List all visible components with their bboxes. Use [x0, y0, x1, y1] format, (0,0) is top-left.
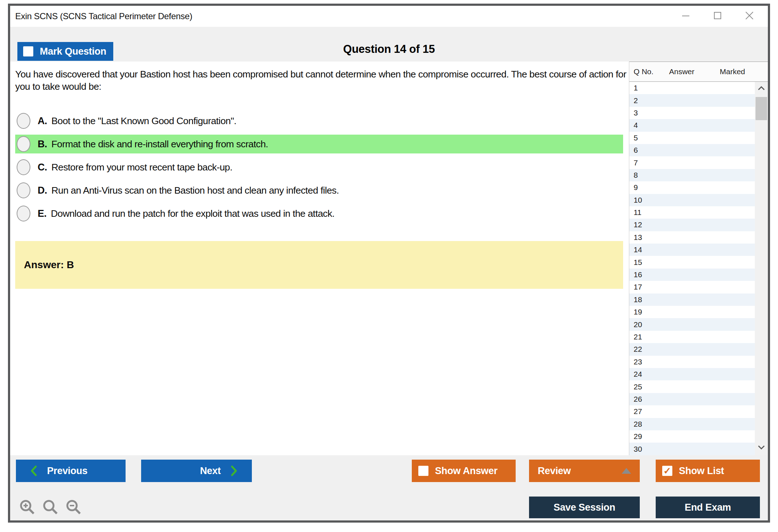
row-question-number: 28 — [629, 420, 669, 428]
row-question-number: 26 — [629, 395, 669, 404]
zoom-in-button[interactable] — [19, 499, 36, 516]
column-header-qno: Q No. — [629, 67, 669, 76]
question-list-row[interactable]: 29 — [629, 430, 755, 443]
window-controls — [680, 6, 755, 27]
option-text: Boot to the "Last Known Good Configurati… — [51, 115, 236, 127]
question-list-row[interactable]: 28 — [629, 418, 755, 430]
show-list-checkbox — [662, 466, 672, 476]
option-text: Restore from your most recent tape back-… — [51, 162, 232, 173]
minimize-button[interactable] — [680, 11, 691, 22]
row-question-number: 18 — [629, 295, 669, 304]
row-question-number: 17 — [629, 283, 669, 291]
question-list-row[interactable]: 6 — [629, 144, 755, 156]
window-title: Exin SCNS (SCNS Tactical Perimeter Defen… — [15, 6, 192, 27]
question-list-row[interactable]: 15 — [629, 256, 755, 268]
radio-button[interactable] — [17, 206, 30, 221]
zoom-tools — [19, 499, 83, 516]
question-list-row[interactable]: 5 — [629, 132, 755, 144]
option-text: Format the disk and re-install everythin… — [51, 139, 268, 150]
close-button[interactable] — [744, 11, 755, 22]
question-list-row[interactable]: 22 — [629, 343, 755, 355]
question-list-row[interactable]: 2 — [629, 94, 755, 106]
question-list-row[interactable]: 7 — [629, 156, 755, 169]
scroll-up-button[interactable] — [755, 83, 768, 96]
option-letter: B. — [38, 139, 47, 150]
question-list-row[interactable]: 10 — [629, 194, 755, 206]
question-list-row[interactable]: 14 — [629, 244, 755, 256]
save-session-button[interactable]: Save Session — [529, 497, 640, 518]
row-question-number: 4 — [629, 121, 669, 130]
question-list-row[interactable]: 19 — [629, 306, 755, 318]
row-question-number: 5 — [629, 134, 669, 142]
radio-button[interactable] — [17, 136, 30, 152]
row-question-number: 29 — [629, 432, 669, 441]
end-exam-button[interactable]: End Exam — [656, 497, 760, 518]
chevron-up-icon — [757, 86, 765, 92]
row-question-number: 8 — [629, 171, 669, 180]
row-question-number: 22 — [629, 345, 669, 354]
question-list-row[interactable]: 18 — [629, 294, 755, 306]
question-list-header: Q No. Answer Marked — [629, 62, 768, 82]
option-letter: C. — [38, 162, 47, 173]
answer-option[interactable]: C. Restore from your most recent tape ba… — [15, 158, 623, 177]
question-list-row[interactable]: 27 — [629, 405, 755, 418]
radio-button[interactable] — [17, 113, 30, 129]
question-list-row[interactable]: 24 — [629, 368, 755, 380]
row-question-number: 23 — [629, 358, 669, 366]
maximize-button[interactable] — [712, 11, 723, 22]
question-list-row[interactable]: 4 — [629, 119, 755, 131]
chevron-left-icon — [30, 465, 38, 477]
radio-button[interactable] — [17, 182, 30, 198]
question-list-row[interactable]: 1 — [629, 82, 755, 94]
show-answer-label: Show Answer — [435, 465, 498, 477]
answer-option[interactable]: D. Run an Anti-Virus scan on the Bastion… — [15, 181, 623, 200]
row-question-number: 14 — [629, 245, 669, 254]
show-answer-button[interactable]: Show Answer — [412, 460, 516, 482]
question-list-row[interactable]: 16 — [629, 269, 755, 281]
question-list-row[interactable]: 12 — [629, 219, 755, 231]
header-bar: Mark Question Question 14 of 15 — [10, 27, 768, 62]
row-question-number: 30 — [629, 445, 669, 453]
minimize-icon — [681, 11, 690, 22]
option-text: Run an Anti-Virus scan on the Bastion ho… — [51, 185, 339, 196]
zoom-reset-icon — [42, 511, 59, 517]
question-list-row[interactable]: 3 — [629, 107, 755, 119]
question-list-row[interactable]: 21 — [629, 331, 755, 343]
exam-window: Exin SCNS (SCNS Tactical Perimeter Defen… — [8, 4, 770, 523]
question-list-row[interactable]: 25 — [629, 380, 755, 393]
scroll-down-button[interactable] — [755, 442, 768, 455]
close-icon — [744, 10, 754, 22]
review-button[interactable]: Review — [529, 460, 640, 482]
previous-button[interactable]: Previous — [16, 460, 126, 482]
next-button[interactable]: Next — [141, 460, 252, 482]
answer-option[interactable]: B. Format the disk and re-install everyt… — [15, 135, 623, 153]
question-list-row[interactable]: 20 — [629, 318, 755, 330]
question-list-scrollbar[interactable] — [755, 82, 768, 455]
question-list-row[interactable]: 13 — [629, 231, 755, 244]
row-question-number: 7 — [629, 159, 669, 167]
option-letter: D. — [38, 185, 47, 196]
question-list-row[interactable]: 23 — [629, 356, 755, 368]
row-question-number: 10 — [629, 196, 669, 204]
question-list-row[interactable]: 26 — [629, 393, 755, 405]
answer-option[interactable]: E. Download and run the patch for the ex… — [15, 204, 623, 223]
question-text: You have discovered that your Bastion ho… — [15, 68, 627, 93]
question-list-row[interactable]: 9 — [629, 181, 755, 194]
question-counter: Question 14 of 15 — [10, 43, 768, 56]
zoom-in-icon — [19, 511, 36, 517]
row-question-number: 12 — [629, 220, 669, 229]
question-list-row[interactable]: 17 — [629, 281, 755, 293]
radio-button[interactable] — [17, 159, 30, 175]
row-question-number: 2 — [629, 96, 669, 105]
question-list-row[interactable]: 8 — [629, 169, 755, 181]
zoom-out-button[interactable] — [65, 499, 83, 516]
question-list-row[interactable]: 11 — [629, 206, 755, 219]
show-list-button[interactable]: Show List — [656, 460, 760, 482]
zoom-reset-button[interactable] — [42, 499, 59, 516]
scrollbar-thumb[interactable] — [756, 97, 767, 120]
row-question-number: 19 — [629, 308, 669, 316]
answer-option[interactable]: A. Boot to the "Last Known Good Configur… — [15, 111, 623, 130]
question-list-row[interactable]: 30 — [629, 443, 755, 455]
title-bar: Exin SCNS (SCNS Tactical Perimeter Defen… — [10, 6, 768, 27]
show-list-label: Show List — [679, 465, 724, 477]
